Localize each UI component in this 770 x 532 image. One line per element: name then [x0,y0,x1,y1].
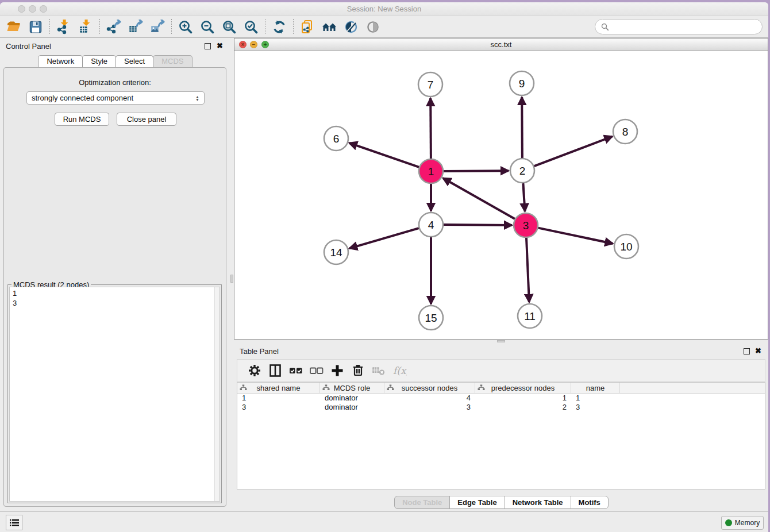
table-row[interactable]: 3dominator323 [237,403,765,412]
tab-motifs[interactable]: Motifs [571,496,609,509]
table-header-row: shared nameMCDS rolesuccessor nodesprede… [237,383,765,394]
export-table-button[interactable] [125,17,147,37]
cell-MCDS-role: dominator [320,403,384,412]
export-network-icon [106,20,121,34]
open-file-button[interactable] [3,17,25,37]
float-panel-icon[interactable] [205,43,211,49]
svg-text:2: 2 [519,165,526,177]
vertical-splitter[interactable] [230,38,234,511]
edge-3-1[interactable] [443,178,515,219]
network-window-titlebar[interactable]: × − + scc.txt [234,38,768,51]
table-row[interactable]: 1dominator411 [237,394,765,403]
edge-3-10[interactable] [538,228,613,244]
edge-2-9[interactable] [522,97,522,158]
svg-text:8: 8 [622,126,629,138]
export-image-button[interactable] [147,17,168,37]
select-all-rows-button[interactable] [286,361,306,380]
toggle-columns-button[interactable] [265,361,286,380]
zoom-fit-button[interactable] [218,17,240,37]
delete-column-button[interactable] [348,361,368,380]
cell-MCDS-role: dominator [320,394,384,403]
task-history-button[interactable] [6,515,22,530]
import-network-from-file-button[interactable] [53,17,75,37]
node-7[interactable]: 7 [418,72,442,97]
zoom-in-button[interactable] [175,17,197,37]
graphics-details-button[interactable] [318,17,340,37]
network-canvas[interactable]: 7 9 6 8 1 2 4 3 14 10 15 11 [234,51,768,339]
import-table-from-file-button[interactable] [75,17,97,37]
tab-node-table[interactable]: Node Table [394,496,450,509]
network-window-title: scc.txt [234,40,768,49]
search-field[interactable] [595,19,763,34]
close-panel-icon[interactable]: ✖ [217,41,223,50]
import-table-from-file-icon [78,20,93,34]
edge-1-7[interactable] [430,98,431,159]
export-network-button[interactable] [103,17,125,37]
column-header-MCDS-role[interactable]: MCDS role [320,383,384,393]
edge-1-2[interactable] [444,171,509,171]
edge-1-6[interactable] [349,143,419,167]
zoom-out-button[interactable] [197,17,218,37]
zoom-selected-button[interactable] [240,17,262,37]
table-close-panel-icon[interactable]: ✖ [755,346,761,355]
column-header-name[interactable]: name [571,383,620,393]
search-input[interactable] [613,22,756,31]
status-bar: Memory [0,511,768,532]
cell-name: 3 [571,403,620,412]
search-icon [601,23,609,31]
table-float-panel-icon[interactable] [744,348,750,354]
run-mcds-button[interactable]: Run MCDS [55,113,109,126]
edge-4-3[interactable] [444,225,512,225]
node-1[interactable]: 1 [419,159,443,183]
node-4[interactable]: 4 [419,213,443,237]
node-11[interactable]: 11 [518,304,542,328]
network-overview-button[interactable] [297,17,318,37]
network-graph[interactable]: 7 9 6 8 1 2 4 3 14 10 15 11 [234,51,768,339]
tab-mcds[interactable]: MCDS [153,55,192,68]
node-9[interactable]: 9 [510,71,534,95]
tree-icon [478,384,485,391]
add-column-button[interactable] [327,361,348,380]
save-session-button[interactable] [25,17,47,37]
toolbar-separator [265,19,265,35]
column-header-shared-name[interactable]: shared name [237,383,320,393]
tab-select[interactable]: Select [116,55,153,68]
navigator-button[interactable] [362,17,384,37]
column-header-successor-nodes[interactable]: successor nodes [384,383,475,393]
optimization-criterion-select[interactable]: strongly connected component ▲▼ [26,91,205,105]
mcds-result-list[interactable]: 1 3 [9,287,220,502]
table-settings-button[interactable] [244,361,265,380]
tab-network-table[interactable]: Network Table [505,496,571,509]
close-panel-button[interactable]: Close panel [117,113,176,126]
toolbar-separator [293,19,294,35]
deselect-all-rows-button[interactable] [306,361,327,380]
edge-2-8[interactable] [534,137,613,167]
mcds-scrollbar[interactable] [214,287,220,501]
edge-3-11[interactable] [526,238,529,302]
node-10[interactable]: 10 [614,234,638,259]
network-view-window: × − + scc.txt 7 9 6 8 1 2 4 3 14 10 15 1… [234,38,768,340]
edge-2-3[interactable] [523,183,525,211]
node-14[interactable]: 14 [324,240,348,264]
node-2[interactable]: 2 [510,159,534,183]
node-15[interactable]: 15 [419,306,443,330]
node-6[interactable]: 6 [324,126,348,151]
tab-edge-table[interactable]: Edge Table [449,496,505,509]
delete-column-icon [351,363,365,378]
edge-4-14[interactable] [349,228,419,248]
tree-icon [322,384,330,391]
tab-network[interactable]: Network [38,55,83,68]
refresh-button[interactable] [268,17,290,37]
column-header-predecessor-nodes[interactable]: predecessor nodes [475,383,571,393]
tree-icon [387,384,394,391]
application-window: Session: New Session Control Panel ✖ Net… [0,2,768,532]
memory-button[interactable]: Memory [721,516,764,530]
node-8[interactable]: 8 [613,119,637,144]
control-panel-header: Control Panel ✖ [0,38,230,54]
cell-predecessor-nodes: 2 [475,403,571,412]
tab-style[interactable]: Style [82,55,116,68]
table-body: 1dominator4113dominator323 [237,394,765,412]
hide-graphics-button[interactable] [340,17,362,37]
node-3[interactable]: 3 [514,213,538,237]
table-panel-header: Table Panel ✖ [234,343,768,359]
